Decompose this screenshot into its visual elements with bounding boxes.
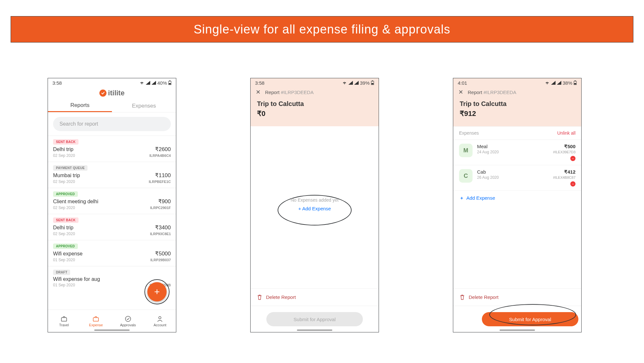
- report-total: ₹0: [251, 110, 379, 118]
- expenses-section-header: Expenses Unlink all: [453, 126, 581, 140]
- nav-account[interactable]: Account: [144, 310, 176, 332]
- battery-text: 38%: [563, 80, 572, 86]
- status-icons: 39%: [342, 80, 374, 86]
- report-id: ILRP29B037: [150, 258, 171, 262]
- wifi-icon: [545, 81, 550, 85]
- expenses-list: MMeal24 Aug 2020₹500#ILEX39E7D3−CCab26 A…: [453, 140, 581, 191]
- report-amount: ₹3400: [155, 224, 171, 231]
- status-bar: 3:58 40%: [48, 78, 176, 87]
- nav-expense[interactable]: Expense: [80, 310, 112, 332]
- signal-icon: [146, 81, 150, 85]
- status-bar: 3:58 39%: [251, 78, 379, 87]
- delete-report-button[interactable]: Delete Report: [453, 289, 581, 306]
- report-title: Wifi expense: [53, 251, 83, 257]
- report-card[interactable]: APPROVEDClient meeting delhi₹90002 Sep 2…: [48, 188, 176, 214]
- report-date: 02 Sep 2020: [53, 179, 75, 184]
- app-logo: itilite: [48, 87, 176, 100]
- report-card[interactable]: SENT BACKDelhi trip₹260002 Sep 2020ILRPA…: [48, 136, 176, 162]
- svg-rect-1: [169, 81, 170, 81]
- delete-report-button[interactable]: Delete Report: [251, 289, 379, 306]
- expense-date: 26 Aug 2020: [477, 175, 499, 180]
- status-bar: 4:01 38%: [453, 78, 581, 87]
- status-badge: SENT BACK: [53, 139, 78, 145]
- report-id: ILRPC2901F: [150, 206, 171, 210]
- expense-date: 24 Aug 2020: [477, 150, 499, 154]
- status-badge: SENT BACK: [53, 217, 78, 223]
- remove-expense-icon[interactable]: −: [570, 156, 575, 161]
- add-expense-link[interactable]: + Add Expense: [298, 206, 331, 211]
- close-button[interactable]: ✕: [256, 89, 261, 95]
- expense-amount: ₹500: [553, 144, 575, 149]
- plus-icon: +: [460, 195, 463, 201]
- wifi-icon: [139, 81, 144, 85]
- report-id: #ILRP3DEEDA: [483, 90, 516, 95]
- empty-state: No Expenses added yet + Add Expense: [251, 197, 379, 211]
- remove-expense-icon[interactable]: −: [570, 181, 575, 186]
- report-card[interactable]: SENT BACKDelhi trip₹340002 Sep 2020ILRP9…: [48, 214, 176, 240]
- phone-reports-list: 3:58 40% itilite Reports Expenses Search…: [48, 78, 176, 332]
- svg-rect-3: [61, 318, 67, 321]
- report-title: Delhi trip: [53, 225, 73, 231]
- add-expense-link[interactable]: + Add Expense: [453, 191, 581, 205]
- battery-icon: [168, 81, 171, 85]
- signal-icon-2: [557, 81, 561, 85]
- report-amount: ₹5000: [155, 250, 171, 257]
- svg-rect-9: [372, 83, 373, 84]
- submit-highlight-oval: [489, 304, 576, 325]
- bottom-nav: Travel Expense Approvals Account: [48, 310, 176, 332]
- report-date: 01 Sep 2020: [53, 283, 75, 287]
- status-time: 3:58: [52, 80, 62, 86]
- reports-list[interactable]: SENT BACKDelhi trip₹260002 Sep 2020ILRPA…: [48, 136, 176, 291]
- empty-text: No Expenses added yet: [291, 197, 339, 203]
- section-label: Expenses: [459, 130, 479, 136]
- battery-icon: [371, 81, 374, 85]
- report-total: ₹912: [453, 110, 581, 118]
- expense-name: Cab: [477, 169, 499, 175]
- signal-icon: [348, 81, 353, 85]
- battery-text: 39%: [360, 80, 370, 86]
- unlink-all-link[interactable]: Unlink all: [557, 130, 575, 136]
- report-title: Mumbai trip: [53, 173, 80, 178]
- new-report-fab[interactable]: +: [147, 282, 167, 301]
- expense-amount: ₹412: [553, 169, 575, 175]
- battery-icon: [574, 81, 577, 85]
- nav-travel[interactable]: Travel: [48, 310, 80, 332]
- expense-id: #ILEX4B8C87: [553, 176, 575, 179]
- nav-approvals[interactable]: Approvals: [112, 310, 144, 332]
- report-footer: Delete Report Submit for Approval: [453, 288, 581, 332]
- expense-name: Meal: [477, 144, 499, 149]
- home-indicator: [500, 330, 535, 331]
- report-footer: Delete Report Submit for Approval: [251, 288, 379, 332]
- svg-point-6: [159, 316, 161, 319]
- search-input[interactable]: Search for report: [53, 117, 171, 131]
- report-id: ILRPA4B6C4: [150, 154, 171, 158]
- expense-id: #ILEX39E7D3: [553, 150, 575, 154]
- report-card[interactable]: PAYMENT QUEUEMumbai trip₹110002 Sep 2020…: [48, 162, 176, 188]
- report-label: Report #ILRP3DEEDA: [468, 90, 516, 95]
- submit-button-disabled: Submit for Approval: [266, 312, 363, 326]
- report-date: 01 Sep 2020: [53, 258, 75, 262]
- banner: Single-view for all expense filing & app…: [11, 16, 633, 43]
- phone-report-empty: 3:58 39% ✕ Report #ILRP3DEEDA Trip to Ca…: [250, 78, 379, 332]
- home-indicator: [94, 330, 130, 331]
- report-id: ILRP93C8E1: [150, 232, 171, 236]
- report-title: Trip to Calcutta: [251, 98, 379, 110]
- report-title: Client meeting delhi: [53, 199, 98, 205]
- report-header: 3:58 39% ✕ Report #ILRP3DEEDA Trip to Ca…: [251, 78, 379, 126]
- tab-expenses[interactable]: Expenses: [112, 100, 176, 112]
- check-circle-icon: [124, 315, 132, 322]
- tab-reports[interactable]: Reports: [48, 100, 112, 112]
- status-badge: PAYMENT QUEUE: [53, 165, 87, 171]
- phone-report-filled: 4:01 38% ✕ Report #ILRP3DEEDA Trip to Ca…: [453, 78, 582, 332]
- report-id: #ILRP3DEEDA: [281, 90, 314, 95]
- svg-rect-12: [574, 83, 576, 84]
- report-title: Trip to Calcutta: [453, 98, 581, 110]
- report-card[interactable]: APPROVEDWifi expense₹500001 Sep 2020ILRP…: [48, 240, 176, 266]
- signal-icon: [551, 81, 556, 85]
- close-button[interactable]: ✕: [458, 89, 463, 95]
- logo-mark-icon: [99, 90, 106, 97]
- report-title: Delhi trip: [53, 147, 73, 152]
- expense-row[interactable]: CCab26 Aug 2020₹412#ILEX4B8C87−: [453, 165, 581, 191]
- signal-icon-2: [152, 81, 156, 85]
- expense-row[interactable]: MMeal24 Aug 2020₹500#ILEX39E7D3−: [453, 140, 581, 165]
